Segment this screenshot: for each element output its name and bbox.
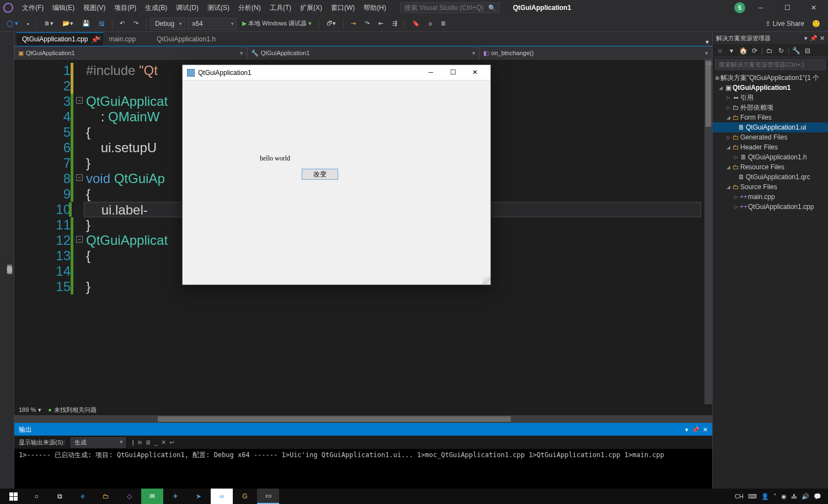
tree-solution-root[interactable]: ▣解决方案"QtGuiApplication1"(1 个 (713, 73, 828, 83)
app-titlebar[interactable]: QtGuiApplication1 ─ ☐ ✕ (183, 65, 490, 81)
sol-sync-icon[interactable]: ⟳ (750, 46, 760, 56)
tab-qtguiapplication1-h[interactable]: QtGuiApplication1.h (151, 33, 231, 46)
output-header[interactable]: 输出 ▾📌✕ (14, 423, 712, 436)
menu-view[interactable]: 视图(V) (80, 2, 109, 14)
sol-back-icon[interactable]: ○ (715, 46, 725, 56)
tray-steam-icon[interactable]: ◉ (781, 493, 787, 500)
zoom-level[interactable]: 189 % ▾ (19, 406, 41, 414)
open-button[interactable]: 📂▾ (59, 18, 77, 30)
output-wrap-button[interactable]: ↩ (169, 439, 174, 446)
nav-back-button[interactable]: ◯ ▾ (3, 18, 22, 30)
close-button[interactable]: ✕ (803, 0, 825, 15)
scroll-thumb[interactable] (706, 61, 711, 127)
resize-grip-icon[interactable] (483, 277, 490, 285)
hscroll-thumb[interactable] (158, 416, 511, 422)
tree-generated-files[interactable]: ▷🗀Generated Files (713, 132, 828, 142)
output-tool-3[interactable]: ⎯ (154, 439, 158, 446)
tree-resource-files[interactable]: ◢🗀Resource Files (713, 162, 828, 172)
menu-analyze[interactable]: 分析(N) (235, 2, 264, 14)
redo-button[interactable]: ↷ (130, 18, 142, 30)
bookmark-button[interactable]: 🔖 (409, 18, 423, 30)
sol-home-icon[interactable]: 🏠 (738, 46, 748, 56)
maximize-button[interactable]: ☐ (776, 0, 798, 15)
output-text[interactable]: 1>------ 已启动生成: 项目: QtGuiApplication1, 配… (14, 449, 712, 489)
app-minimize-button[interactable]: ─ (420, 66, 442, 80)
tree-app-cpp[interactable]: ▷++QtGuiApplication1.cpp (713, 202, 828, 212)
server-explorer-tab[interactable]: 服务器资源管理器 (6, 260, 14, 264)
tree-source-files[interactable]: ◢🗀Source Files (713, 182, 828, 192)
taskbar-app2[interactable]: G (234, 489, 256, 504)
menu-window[interactable]: 窗口(W) (328, 2, 358, 14)
output-dropdown-icon[interactable]: ▾ (685, 426, 688, 433)
taskview-button[interactable]: ⧉ (49, 489, 71, 504)
ime-indicator[interactable]: CH (735, 493, 744, 500)
notification-badge[interactable]: 5 (734, 2, 745, 13)
sol-properties-icon[interactable]: 🔧 (791, 46, 801, 56)
taskbar-running-app[interactable]: ▭ (257, 489, 279, 504)
config-dropdown[interactable]: Debug (150, 18, 185, 30)
app-change-button[interactable]: 改变 (302, 169, 338, 180)
taskbar-explorer[interactable]: 🗀 (95, 489, 117, 504)
toolbar-btn-1[interactable]: 🗗▾ (323, 18, 339, 30)
editor-vertical-scrollbar[interactable]: ▭ (704, 60, 712, 404)
tree-qrc-item[interactable]: 🗎QtGuiApplication1.qrc (713, 172, 828, 182)
quick-search-input[interactable]: 搜索 Visual Studio (Ctrl+Q) 🔍 (400, 2, 500, 13)
nav-class-dropdown[interactable]: 🔧QtGuiApplication1 (247, 46, 480, 60)
tray-people-icon[interactable]: 👤 (761, 493, 769, 500)
taskbar-vs[interactable]: ◇ (118, 489, 140, 504)
output-source-dropdown[interactable]: 生成 (71, 437, 126, 448)
output-close-icon[interactable]: ✕ (703, 426, 708, 433)
output-tool-1[interactable]: ≋ (137, 439, 142, 446)
taskbar-app1[interactable]: ✈ (164, 489, 186, 504)
tree-header-item[interactable]: ▷🗎QtGuiApplication1.h (713, 152, 828, 162)
taskbar-wechat[interactable]: ✉ (141, 489, 163, 504)
nav-scope-dropdown[interactable]: ▣QtGuiApplication1 (14, 46, 247, 60)
nav-member-dropdown[interactable]: ◧on_btnchange() (479, 46, 712, 60)
menu-file[interactable]: 文件(F) (19, 2, 47, 14)
app-close-button[interactable]: ✕ (464, 66, 486, 80)
save-button[interactable]: 💾 (79, 18, 93, 30)
sol-fwd-icon[interactable]: ▾ (726, 46, 736, 56)
toolbar-btn-4[interactable]: ≣ (437, 18, 449, 30)
step-out-button[interactable]: ⇤ (375, 18, 387, 30)
tree-main-cpp[interactable]: ▷++main.cpp (713, 192, 828, 202)
step-over-button[interactable]: ↷ (361, 18, 373, 30)
toolbar-btn-2[interactable]: ⇶ (389, 18, 400, 30)
close-tab-icon[interactable]: ✕ (95, 35, 102, 42)
tree-header-files[interactable]: ◢🗀Header Files (713, 142, 828, 152)
output-pin-icon[interactable]: 📌 (692, 426, 699, 433)
platform-dropdown[interactable]: x64 (187, 18, 237, 30)
output-clear-button[interactable]: ✕ (161, 439, 166, 446)
menu-build[interactable]: 生成(B) (142, 2, 170, 14)
undo-button[interactable]: ↶ (116, 18, 128, 30)
menu-tools[interactable]: 工具(T) (266, 2, 295, 14)
tree-project[interactable]: ◢▣QtGuiApplication1 (713, 83, 828, 93)
menu-project[interactable]: 项目(P) (111, 2, 140, 14)
solution-explorer-header[interactable]: 解决方案资源管理器 ▾📌✕ (713, 32, 828, 44)
split-icon[interactable]: ▭ (704, 60, 712, 67)
sol-refresh-icon[interactable]: ↻ (776, 46, 786, 56)
tray-action-icon[interactable]: 💬 (814, 493, 821, 500)
panel-dropdown-icon[interactable]: ▾ (804, 35, 808, 42)
tree-external-deps[interactable]: ▷🗀外部依赖项 (713, 103, 828, 112)
toolbar-btn-3[interactable]: ≡ (425, 18, 435, 30)
minimize-button[interactable]: ─ (750, 0, 772, 15)
menu-debug[interactable]: 调试(D) (173, 2, 202, 14)
save-all-button[interactable]: 🖫 (95, 18, 108, 30)
tab-overflow-icon[interactable]: ▾ (706, 38, 709, 46)
menu-extensions[interactable]: 扩展(X) (297, 2, 325, 14)
step-into-button[interactable]: ⇥ (348, 18, 359, 30)
sol-showall-icon[interactable]: 🗀 (765, 46, 774, 56)
taskbar-edge[interactable]: e (72, 489, 94, 504)
tray-vol-icon[interactable]: 🔊 (802, 493, 809, 500)
menu-help[interactable]: 帮助(H) (360, 2, 389, 14)
tree-references[interactable]: ▷▪▪引用 (713, 93, 828, 103)
cortana-button[interactable]: ○ (25, 489, 47, 504)
menu-edit[interactable]: 编辑(E) (49, 2, 78, 14)
tree-form-files[interactable]: ◢🗀Form Files (713, 112, 828, 122)
tray-up-icon[interactable]: ˄ (773, 493, 777, 500)
running-app-window[interactable]: QtGuiApplication1 ─ ☐ ✕ hello world 改变 (182, 65, 491, 285)
live-share-button[interactable]: ⇪ Live Share 🙂 (761, 20, 825, 28)
taskbar-baidu[interactable]: ∞ (211, 489, 233, 504)
menu-test[interactable]: 测试(S) (204, 2, 233, 14)
